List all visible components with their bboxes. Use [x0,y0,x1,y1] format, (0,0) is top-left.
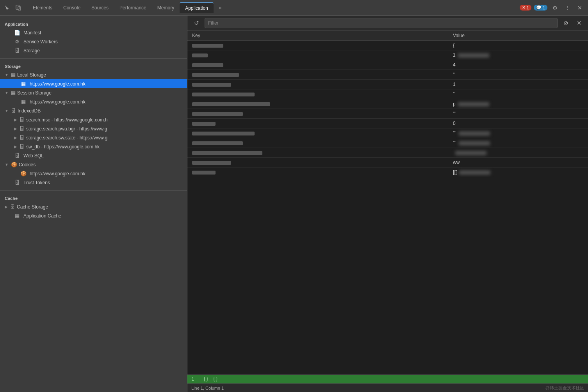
table-cell-key [187,138,448,148]
data-table: Key Value {14"1"p""0""""ww[[[ [187,31,588,177]
sidebar-item-cookies-google[interactable]: 🍪 https://www.google.com.hk [0,169,187,178]
brace1: {} [203,376,208,382]
cookies-group[interactable]: ▼ 🍪 Cookies [0,160,187,169]
db3-label: storage.search.sw.state - https://www.g [26,135,107,141]
settings-button[interactable]: ⚙ [550,3,560,13]
table-cell-value: 1 [448,80,588,89]
indexed-db-label: IndexedDB [18,108,41,114]
storage-icon: 🗄 [14,48,20,53]
sidebar-item-web-sql[interactable]: 🗄 Web SQL [0,151,187,160]
table-row[interactable]: " [187,89,588,99]
more-options-button[interactable]: ⋮ [562,3,572,13]
table-row[interactable]: " [187,70,588,80]
local-storage-group[interactable]: ▼ ▦ Local Storage [0,70,187,79]
tab-sources[interactable]: Sources [86,3,114,13]
table-cell-value: { [448,41,588,50]
local-storage-label: Local Storage [17,72,46,78]
info-badge[interactable]: 💬 1 [534,5,547,11]
session-storage-chevron: ▼ [5,91,9,95]
table-row[interactable]: p [187,99,588,109]
db4-label: sw_db - https://www.google.com.hk [26,144,100,150]
indexed-db-icon: 🗄 [11,108,16,114]
db2-group[interactable]: ▶ 🗄 storage.search.pwa.bgr - https://www… [0,124,187,133]
refresh-button[interactable]: ↺ [191,18,201,28]
sidebar-item-storage[interactable]: 🗄 Storage [0,46,187,55]
table-row[interactable]: ww [187,158,588,167]
data-table-container[interactable]: Key Value {14"1"p""0""""ww[[[ [187,31,588,374]
filter-input[interactable] [205,18,558,28]
table-row[interactable]: "" [187,109,588,119]
close-button[interactable]: ✕ [575,3,585,13]
tab-application[interactable]: Application [180,2,214,13]
table-cell-key [187,80,448,89]
table-row[interactable]: "" [187,128,588,138]
table-cell-key [187,148,448,158]
application-cache-label: Application Cache [23,213,61,219]
cursor-icon[interactable] [3,4,12,12]
cache-storage-icon: 🗄 [10,204,15,210]
tab-elements[interactable]: Elements [27,3,58,13]
service-workers-label: Service Workers [23,39,58,45]
svg-rect-0 [16,5,19,9]
table-cell-key [187,50,448,60]
devtools-icons [3,4,23,12]
cookies-label: Cookies [19,162,36,167]
cache-storage-group[interactable]: ▶ 🗄 Cache Storage [0,202,187,211]
table-cell-key [187,41,448,50]
session-storage-label: Session Storage [17,90,52,96]
tab-more[interactable]: » [214,3,227,13]
table-row[interactable] [187,148,588,158]
db1-group[interactable]: ▶ 🗄 search.msc - https://www.google.com.… [0,115,187,124]
error-count: 1 [527,5,529,10]
table-cell-key [187,128,448,138]
db4-icon: 🗄 [20,144,25,150]
local-storage-chevron: ▼ [5,73,9,77]
db3-icon: 🗄 [20,135,25,141]
error-icon: ✕ [522,5,526,10]
toolbar: ↺ ⊘ ✕ [187,16,588,31]
tab-bar-right: ✕ 1 💬 1 ⚙ ⋮ ✕ [520,3,585,13]
tab-performance[interactable]: Performance [114,3,152,13]
table-row[interactable]: 0 [187,119,588,128]
block-button[interactable]: ⊘ [561,18,571,28]
session-storage-group[interactable]: ▼ ▦ Session Storage [0,88,187,97]
table-cell-key [187,109,448,119]
table-row[interactable]: "" [187,138,588,148]
cookies-chevron: ▼ [5,162,9,167]
table-row[interactable]: 1 [187,80,588,89]
table-cell-value: " [448,70,588,80]
db1-label: search.msc - https://www.google.com.h [26,117,108,123]
divider-1 [0,58,187,59]
db4-group[interactable]: ▶ 🗄 sw_db - https://www.google.com.hk [0,142,187,151]
col-key-header: Key [187,31,448,41]
cache-storage-chevron: ▶ [5,205,8,209]
tab-bar: Elements Console Sources Performance Mem… [0,0,588,16]
storage-section-title: Storage [0,62,187,70]
main-area: Application 📄 Manifest ⚙ Service Workers… [0,16,588,392]
sidebar-item-session-storage-google[interactable]: ▦ https://www.google.com.hk [0,97,187,106]
sidebar-item-application-cache[interactable]: ▦ Application Cache [0,211,187,220]
right-panel: ↺ ⊘ ✕ Key Value {14"1"p""0""""ww[[[ 1 [187,16,588,392]
db2-icon: 🗄 [20,126,25,132]
web-sql-label: Web SQL [23,153,44,159]
tab-memory[interactable]: Memory [152,3,180,13]
sidebar-item-manifest[interactable]: 📄 Manifest [0,28,187,37]
table-cell-key [187,119,448,128]
clear-button[interactable]: ✕ [574,18,584,28]
manifest-icon: 📄 [14,30,20,36]
error-badge[interactable]: ✕ 1 [520,5,531,11]
trust-tokens-label: Trust Tokens [23,180,50,185]
sidebar-item-local-storage-google[interactable]: ▦ https://www.google.com.hk [0,79,187,88]
sidebar-item-trust-tokens[interactable]: 🗄 Trust Tokens [0,178,187,187]
table-cell-value: "" [448,109,588,119]
table-row[interactable]: [[[ [187,167,588,177]
sidebar-item-service-workers[interactable]: ⚙ Service Workers [0,37,187,46]
tab-console[interactable]: Console [58,3,86,13]
device-icon[interactable] [14,4,23,12]
table-row[interactable]: 4 [187,60,588,70]
indexed-db-group[interactable]: ▼ 🗄 IndexedDB [0,106,187,115]
table-cell-value: ww [448,158,588,167]
table-row[interactable]: { [187,41,588,50]
db3-group[interactable]: ▶ 🗄 storage.search.sw.state - https://ww… [0,133,187,142]
table-row[interactable]: 1 [187,50,588,60]
